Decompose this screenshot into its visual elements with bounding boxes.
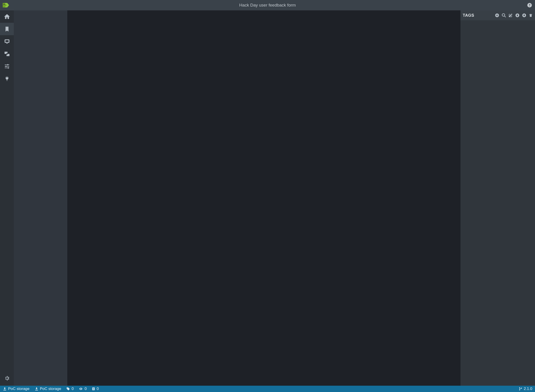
- svg-rect-13: [8, 67, 9, 69]
- help-icon[interactable]: [527, 2, 532, 8]
- download-icon: [34, 387, 39, 391]
- svg-point-18: [502, 14, 505, 16]
- list-panel: [14, 10, 67, 386]
- svg-point-31: [519, 387, 520, 388]
- svg-rect-28: [93, 388, 94, 388]
- tag-add-icon[interactable]: [495, 13, 499, 18]
- svg-rect-4: [6, 43, 8, 43]
- svg-rect-8: [5, 65, 9, 65]
- svg-rect-11: [6, 66, 6, 67]
- svg-rect-9: [7, 64, 8, 65]
- svg-rect-14: [7, 79, 7, 81]
- nav-home[interactable]: [0, 10, 14, 23]
- sidebar: [0, 10, 14, 386]
- nav-settings[interactable]: [0, 372, 14, 384]
- status-bar: PoC storage PoC storage 0 0 0: [0, 386, 535, 392]
- status-version[interactable]: 2.1.0: [519, 387, 532, 391]
- document-title: Hack Day user feedback form: [239, 3, 296, 8]
- status-download-label: PoC storage: [40, 387, 62, 391]
- canvas-area: [67, 10, 460, 386]
- nav-compare[interactable]: [0, 48, 14, 60]
- tag-down-icon[interactable]: [522, 13, 526, 18]
- svg-point-0: [4, 4, 5, 5]
- svg-rect-30: [93, 389, 94, 390]
- app-logo-icon: [2, 2, 9, 8]
- status-download[interactable]: PoC storage: [34, 387, 62, 391]
- status-version-label: 2.1.0: [524, 387, 532, 391]
- eye-icon: [79, 387, 83, 391]
- status-upload[interactable]: PoC storage: [3, 387, 30, 391]
- tag-icon: [66, 387, 70, 391]
- main-area: TAGS: [14, 10, 535, 386]
- svg-point-26: [81, 389, 81, 389]
- status-tags[interactable]: 0: [66, 387, 74, 391]
- tag-edit-icon[interactable]: [508, 13, 513, 18]
- upload-icon: [3, 387, 7, 391]
- nav-monitor[interactable]: [0, 35, 14, 48]
- tags-panel-title: TAGS: [463, 13, 474, 18]
- svg-rect-10: [5, 66, 9, 66]
- status-list-count: 0: [97, 387, 99, 391]
- tags-panel: TAGS: [460, 10, 535, 386]
- status-watch[interactable]: 0: [79, 387, 86, 391]
- branch-icon: [519, 387, 522, 391]
- nav-bookmarks[interactable]: [0, 23, 14, 35]
- svg-rect-17: [496, 15, 498, 16]
- nav-plugins[interactable]: [0, 72, 14, 85]
- title-bar: Hack Day user feedback form: [0, 0, 535, 10]
- tag-delete-icon[interactable]: [529, 13, 533, 18]
- list-icon: [92, 387, 95, 391]
- svg-rect-29: [93, 389, 94, 389]
- svg-rect-23: [3, 390, 6, 390]
- svg-point-25: [67, 388, 67, 388]
- status-tag-count: 0: [72, 387, 74, 391]
- status-watch-count: 0: [85, 387, 86, 391]
- nav-sliders[interactable]: [0, 60, 14, 72]
- svg-point-32: [519, 390, 520, 390]
- tags-header: TAGS: [460, 10, 535, 20]
- svg-rect-7: [6, 53, 7, 55]
- svg-line-19: [505, 16, 506, 17]
- svg-rect-3: [5, 40, 9, 42]
- status-list[interactable]: 0: [92, 387, 99, 391]
- tag-search-icon[interactable]: [502, 13, 506, 18]
- status-upload-label: PoC storage: [8, 387, 30, 391]
- tag-up-icon[interactable]: [515, 13, 520, 18]
- svg-rect-22: [529, 14, 532, 15]
- svg-rect-24: [35, 390, 38, 390]
